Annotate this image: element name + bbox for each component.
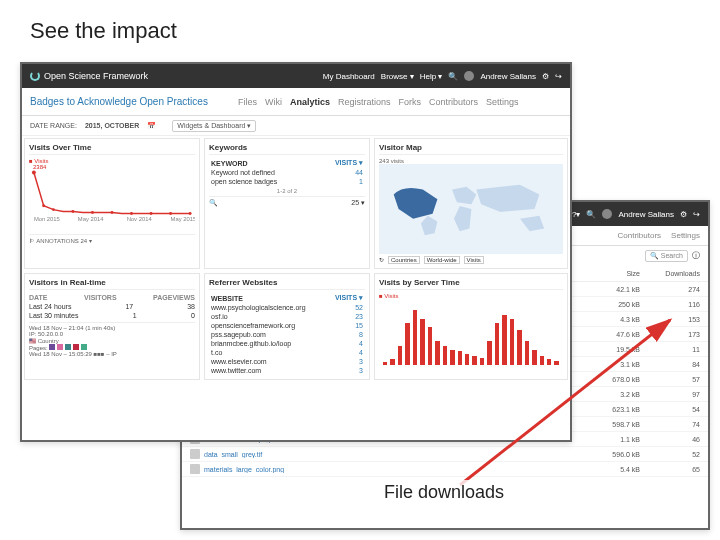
col-size[interactable]: Size xyxy=(580,270,640,277)
file-size: 5.4 kB xyxy=(580,466,640,473)
file-downloads: 84 xyxy=(640,361,700,368)
signout-icon[interactable]: ↪ xyxy=(555,72,562,81)
file-downloads: 153 xyxy=(640,316,700,323)
nav-help[interactable]: Help ▾ xyxy=(420,72,443,81)
file-downloads: 65 xyxy=(640,466,700,473)
svg-point-0 xyxy=(32,171,36,175)
file-downloads: 74 xyxy=(640,421,700,428)
table-row[interactable]: www.elsevier.com3 xyxy=(209,357,365,366)
map-scope-select[interactable]: World-wide xyxy=(424,256,460,264)
search-icon[interactable]: 🔍 xyxy=(448,72,458,81)
tab-forks[interactable]: Forks xyxy=(398,97,421,107)
table-row[interactable]: pss.sagepub.com8 xyxy=(209,330,365,339)
table-row[interactable]: openscienceframework.org15 xyxy=(209,321,365,330)
tab-files[interactable]: Files xyxy=(238,97,257,107)
svg-text:May 2015: May 2015 xyxy=(171,216,195,222)
filter-bar: DATE RANGE: 2015, OCTOBER 📅 Widgets & Da… xyxy=(22,116,570,136)
file-downloads: 116 xyxy=(640,301,700,308)
file-row[interactable]: data_small_grey.tif596.0 kB52 xyxy=(182,447,708,462)
nav-dashboard[interactable]: My Dashboard xyxy=(323,72,375,81)
table-row[interactable]: brianmcbee.github.io/loop4 xyxy=(209,339,365,348)
svg-text:May 2014: May 2014 xyxy=(78,216,104,222)
visits-over-time-card: Visits Over Time ■ Visits 2384 Mon 2015 … xyxy=(24,138,200,269)
osf-logo-icon xyxy=(30,71,40,81)
slide-title: See the impact xyxy=(30,18,177,44)
nav-browse[interactable]: Browse ▾ xyxy=(381,72,414,81)
card-title: Visitors in Real-time xyxy=(29,278,195,290)
file-downloads: 97 xyxy=(640,391,700,398)
svg-text:Mon 2015: Mon 2015 xyxy=(34,216,60,222)
world-map[interactable] xyxy=(379,164,563,254)
file-name: materials_large_color.png xyxy=(204,466,580,473)
search-input[interactable]: 🔍 Search xyxy=(645,250,688,262)
date-range-label: DATE RANGE: xyxy=(30,122,77,129)
analytics-window: Open Science Framework My Dashboard Brow… xyxy=(20,62,572,442)
avatar[interactable] xyxy=(464,71,474,81)
realtime-card: Visitors in Real-time DATE VISITORS PAGE… xyxy=(24,273,200,380)
project-title[interactable]: Badges to Acknowledge Open Practices xyxy=(30,96,208,107)
rows-selector[interactable]: 25 ▾ xyxy=(351,199,365,207)
gear-icon[interactable]: ⚙ xyxy=(680,210,687,219)
svg-point-2 xyxy=(52,208,55,211)
widgets-button[interactable]: Widgets & Dashboard ▾ xyxy=(172,120,256,132)
tab-settings[interactable]: Settings xyxy=(671,231,700,240)
svg-point-5 xyxy=(111,211,114,214)
nav-user[interactable]: Andrew Sallans xyxy=(480,72,536,81)
svg-point-6 xyxy=(130,212,133,215)
card-title: Visitor Map xyxy=(379,143,563,155)
visits-line-chart: 2384 Mon 2015 May 2014 Nov 2014 May 2015 xyxy=(29,164,195,234)
card-title: Visits by Server Time xyxy=(379,278,563,290)
file-row[interactable]: materials_large_color.png5.4 kB65 xyxy=(182,462,708,477)
file-downloads: 52 xyxy=(640,451,700,458)
table-row: Last 24 hours1738 xyxy=(29,302,195,311)
info-icon[interactable]: ⓘ xyxy=(692,250,700,262)
svg-point-7 xyxy=(150,212,153,215)
table-row[interactable]: www.psychologicalscience.org52 xyxy=(209,303,365,312)
signout-icon[interactable]: ↪ xyxy=(693,210,700,219)
file-icon xyxy=(190,464,200,474)
tab-contributors[interactable]: Contributors xyxy=(618,231,662,240)
brand[interactable]: Open Science Framework xyxy=(30,71,148,81)
referrers-table: WEBSITEVISITS ▾ www.psychologicalscience… xyxy=(209,293,365,375)
table-row[interactable]: t.co4 xyxy=(209,348,365,357)
reload-icon[interactable]: ↻ xyxy=(379,256,384,264)
nav-user[interactable]: Andrew Sallans xyxy=(618,210,674,219)
tab-wiki[interactable]: Wiki xyxy=(265,97,282,107)
brand-text: Open Science Framework xyxy=(44,71,148,81)
tab-registrations[interactable]: Registrations xyxy=(338,97,391,107)
file-size: 623.1 kB xyxy=(580,406,640,413)
visitor-map-card: Visitor Map 243 visits ↻ Countries World… xyxy=(374,138,568,269)
map-by-select[interactable]: Countries xyxy=(388,256,420,264)
table-row[interactable]: www.twitter.com3 xyxy=(209,366,365,375)
card-title: Referrer Websites xyxy=(209,278,365,290)
file-name: data_small_grey.tif xyxy=(204,451,580,458)
help-icon[interactable]: ?▾ xyxy=(572,210,580,219)
svg-point-1 xyxy=(42,204,45,207)
tab-contributors[interactable]: Contributors xyxy=(429,97,478,107)
svg-point-8 xyxy=(169,212,172,215)
col-downloads[interactable]: Downloads xyxy=(640,270,700,277)
table-row[interactable]: osf.io23 xyxy=(209,312,365,321)
date-range-value[interactable]: 2015, OCTOBER xyxy=(85,122,139,129)
svg-point-4 xyxy=(91,211,94,214)
file-size: 678.0 kB xyxy=(580,376,640,383)
search-icon[interactable]: 🔍 xyxy=(586,210,596,219)
search-icon[interactable]: 🔍 xyxy=(209,199,218,207)
file-icon xyxy=(190,449,200,459)
gear-icon[interactable]: ⚙ xyxy=(542,72,549,81)
avatar[interactable] xyxy=(602,209,612,219)
file-size: 42.1 kB xyxy=(580,286,640,293)
annotation-label: File downloads xyxy=(380,480,508,505)
topbar: Open Science Framework My Dashboard Brow… xyxy=(22,64,570,88)
table-row[interactable]: open science badges1 xyxy=(209,177,365,186)
table-row[interactable]: Keyword not defined44 xyxy=(209,168,365,177)
calendar-icon[interactable]: 📅 xyxy=(147,122,156,130)
file-size: 1.1 kB xyxy=(580,436,640,443)
referrers-card: Referrer Websites WEBSITEVISITS ▾ www.ps… xyxy=(204,273,370,380)
tab-settings[interactable]: Settings xyxy=(486,97,519,107)
svg-text:Nov 2014: Nov 2014 xyxy=(127,216,153,222)
tab-analytics[interactable]: Analytics xyxy=(290,97,330,107)
file-downloads: 57 xyxy=(640,376,700,383)
map-metric-select[interactable]: Visits xyxy=(464,256,484,264)
file-downloads: 46 xyxy=(640,436,700,443)
